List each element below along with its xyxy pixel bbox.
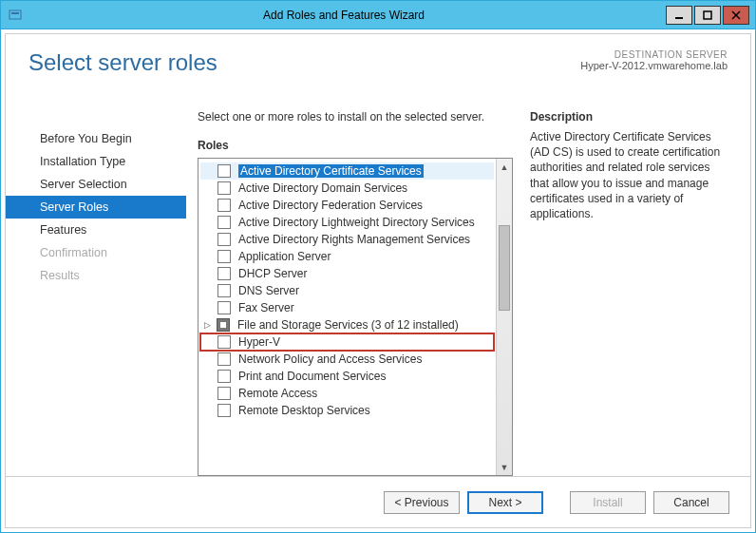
scrollbar[interactable]: ▲ ▼ (496, 159, 512, 475)
scroll-up-button[interactable]: ▲ (497, 159, 512, 175)
expand-caret-icon[interactable]: ▷ (204, 320, 214, 330)
role-label: Network Policy and Access Services (238, 352, 422, 366)
role-row[interactable]: DHCP Server (200, 265, 494, 282)
role-checkbox[interactable] (217, 199, 231, 212)
role-row[interactable]: DNS Server (200, 282, 494, 299)
role-checkbox[interactable] (217, 318, 230, 332)
role-checkbox[interactable] (217, 335, 231, 349)
wizard-footer: < Previous Next > Install Cancel (6, 476, 750, 527)
svg-rect-1 (11, 12, 19, 14)
role-label: Remote Desktop Services (238, 404, 370, 417)
role-checkbox[interactable] (217, 370, 231, 383)
role-checkbox[interactable] (217, 352, 231, 366)
window-title: Add Roles and Features Wizard (24, 9, 664, 22)
role-label: Hyper-V (238, 335, 280, 349)
role-checkbox[interactable] (217, 387, 231, 400)
nav-item-installation-type[interactable]: Installation Type (6, 150, 186, 173)
scroll-down-button[interactable]: ▼ (497, 459, 512, 475)
titlebar[interactable]: Add Roles and Features Wizard (1, 1, 755, 29)
roles-list[interactable]: Active Directory Certificate ServicesAct… (198, 159, 496, 475)
role-label: Active Directory Federation Services (238, 199, 423, 212)
role-checkbox[interactable] (217, 404, 231, 417)
role-label: DNS Server (238, 284, 299, 297)
role-label: Active Directory Certificate Services (238, 164, 424, 178)
svg-rect-3 (704, 11, 711, 19)
role-row[interactable]: Active Directory Lightweight Directory S… (200, 214, 494, 231)
cancel-button[interactable]: Cancel (653, 491, 729, 514)
description-text: Active Directory Certificate Services (A… (530, 129, 728, 221)
role-row[interactable]: Print and Document Services (200, 368, 494, 385)
previous-button[interactable]: < Previous (384, 491, 460, 514)
role-row[interactable]: Application Server (200, 248, 494, 265)
role-checkbox[interactable] (217, 250, 231, 263)
wizard-window: Add Roles and Features Wizard Select ser… (0, 0, 756, 533)
role-row[interactable]: Active Directory Domain Services (200, 180, 494, 197)
scroll-thumb[interactable] (499, 225, 510, 311)
wizard-nav: Before You BeginInstallation TypeServer … (6, 110, 186, 476)
role-checkbox[interactable] (217, 267, 231, 280)
role-row[interactable]: Active Directory Federation Services (200, 197, 494, 214)
role-checkbox[interactable] (217, 164, 231, 178)
install-button[interactable]: Install (570, 491, 646, 514)
maximize-button[interactable] (694, 6, 721, 25)
page-title: Select server roles (28, 49, 580, 76)
description-label: Description (530, 110, 728, 124)
instruction-text: Select one or more roles to install on t… (198, 110, 513, 124)
next-button[interactable]: Next > (467, 491, 543, 514)
role-checkbox[interactable] (217, 216, 231, 229)
role-row[interactable]: Active Directory Certificate Services (200, 162, 494, 180)
role-row[interactable]: Remote Access (200, 385, 494, 402)
role-label: File and Storage Services (3 of 12 insta… (237, 318, 459, 332)
nav-item-features[interactable]: Features (6, 219, 186, 241)
svg-rect-0 (9, 10, 21, 19)
role-label: Active Directory Domain Services (238, 181, 407, 195)
role-label: Fax Server (238, 301, 294, 314)
nav-item-before-you-begin[interactable]: Before You Begin (6, 127, 186, 150)
role-label: Remote Access (238, 387, 317, 400)
destination-server: Hyper-V-2012.vmwarehome.lab (580, 60, 728, 71)
nav-item-confirmation: Confirmation (6, 241, 186, 264)
app-icon (7, 7, 24, 24)
role-label: Print and Document Services (238, 370, 386, 383)
destination-label: DESTINATION SERVER (580, 49, 728, 60)
role-checkbox[interactable] (217, 284, 231, 297)
destination-info: DESTINATION SERVER Hyper-V-2012.vmwareho… (580, 49, 728, 71)
role-label: Active Directory Lightweight Directory S… (238, 216, 475, 229)
role-checkbox[interactable] (217, 181, 231, 195)
nav-item-server-roles[interactable]: Server Roles (6, 196, 186, 219)
role-row[interactable]: Remote Desktop Services (200, 402, 494, 419)
nav-item-results: Results (6, 264, 186, 287)
close-button[interactable] (723, 6, 749, 25)
role-row[interactable]: Fax Server (200, 299, 494, 316)
nav-item-server-selection[interactable]: Server Selection (6, 173, 186, 196)
role-label: Application Server (238, 250, 331, 263)
role-checkbox[interactable] (217, 233, 231, 246)
role-row[interactable]: Active Directory Rights Management Servi… (200, 231, 494, 248)
minimize-button[interactable] (666, 6, 692, 25)
role-row[interactable]: ▷File and Storage Services (3 of 12 inst… (200, 316, 494, 333)
role-row[interactable]: Hyper-V (200, 333, 494, 351)
roles-label: Roles (198, 139, 513, 152)
role-checkbox[interactable] (217, 301, 231, 314)
role-row[interactable]: Network Policy and Access Services (200, 351, 494, 368)
role-label: Active Directory Rights Management Servi… (238, 233, 470, 246)
role-label: DHCP Server (238, 267, 307, 280)
